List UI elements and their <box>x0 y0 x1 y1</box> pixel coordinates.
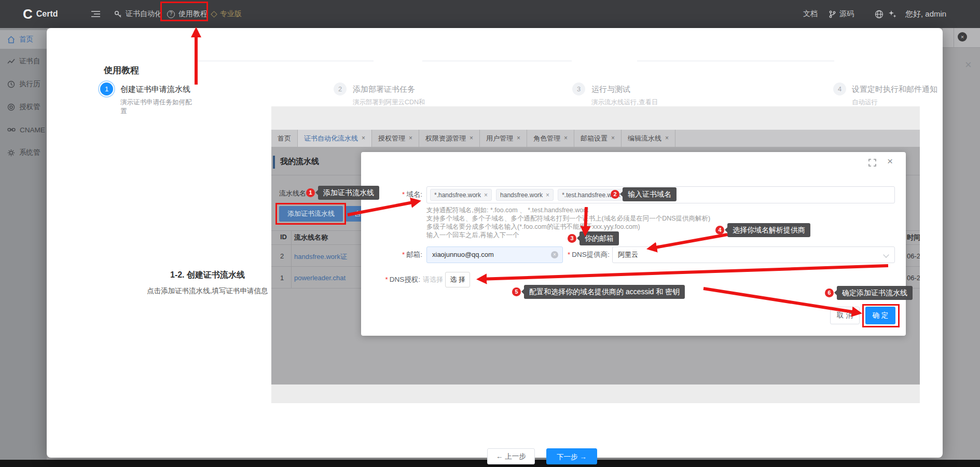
fullscreen-icon[interactable] <box>868 159 876 169</box>
tab-email-settings[interactable]: 邮箱设置× <box>574 130 622 147</box>
step-3-title: 运行与测试 <box>591 85 630 94</box>
label-text: 域名: <box>406 190 422 198</box>
docs-label: 文档 <box>803 9 818 19</box>
tab-authorization[interactable]: 授权管理× <box>372 130 419 147</box>
row-time: 06-2 <box>907 252 920 260</box>
nav-pro-edition[interactable]: 专业版 <box>212 0 242 28</box>
tab-permission[interactable]: 权限资源管理× <box>419 130 480 147</box>
email-input[interactable]: xiaojunnuo@qq.com × <box>426 246 563 263</box>
tab-close-icon[interactable]: × <box>665 130 669 147</box>
annotation-tooltip-4: 选择你域名解析提供商 <box>727 223 810 237</box>
annotation-badge-5: 5 <box>512 287 521 296</box>
email-label: *邮箱: <box>363 246 422 263</box>
tab-label: 用户管理 <box>486 130 513 147</box>
sidebar-item-home[interactable]: 首页 <box>0 30 47 49</box>
app-logo[interactable]: C Certd <box>23 0 58 28</box>
sparkles-icon <box>888 10 897 19</box>
link-docs[interactable]: 文档 <box>803 0 818 28</box>
pipeline-link[interactable]: handsfree.work证 <box>294 252 347 262</box>
sidebar-item-history[interactable]: 执行历 <box>0 75 47 93</box>
tab-cert-pipeline[interactable]: 证书自动化流水线× <box>298 130 372 147</box>
annotation-tooltip-3: 你的邮箱 <box>579 231 619 245</box>
target-icon <box>7 103 15 111</box>
user-greeting[interactable]: 您好, admin <box>905 0 946 28</box>
tab-roles[interactable]: 角色管理× <box>527 130 574 147</box>
dns-provider-select[interactable]: 阿里云 <box>612 246 895 263</box>
tab-close-icon[interactable]: × <box>564 130 568 147</box>
domain-tag: *.handsfree.work× <box>430 189 492 201</box>
trend-icon <box>7 58 15 65</box>
dns-auth-select-button[interactable]: 选 择 <box>445 272 470 287</box>
required-star: * <box>385 276 388 283</box>
sidebar-label: CNAME <box>20 126 45 134</box>
pipeline-link[interactable]: powerleader.chat <box>294 274 346 282</box>
tab-users[interactable]: 用户管理× <box>480 130 527 147</box>
theme-sparkle-button[interactable] <box>888 0 897 28</box>
tab-home[interactable]: 首页 <box>271 130 298 147</box>
step-1-desc: 演示证书申请任务如何配 置 <box>120 98 192 116</box>
modal-close-icon[interactable]: × <box>965 58 972 72</box>
step-1-title: 创建证书申请流水线 <box>120 85 190 94</box>
tab-label: 编辑流水线 <box>628 130 661 147</box>
tag-text: *.handsfree.work <box>434 191 481 199</box>
sidebar: 首页 证书自 执行历 授权管 CNAME 系统管 <box>0 28 47 460</box>
annotation-badge-2: 2 <box>611 190 619 199</box>
screenshot-bottom-strip <box>271 384 920 403</box>
nav-cert-automation[interactable]: 证书自动化 <box>114 0 162 28</box>
required-star: * <box>568 251 570 258</box>
tab-close-icon[interactable]: × <box>611 130 615 147</box>
step-connector <box>422 61 572 61</box>
prev-step-button[interactable]: ← 上一步 <box>487 448 535 464</box>
tab-close-icon[interactable]: × <box>362 130 365 147</box>
tab-close-icon[interactable]: × <box>470 130 473 147</box>
link-icon <box>7 127 16 133</box>
tab-label: 首页 <box>278 130 291 147</box>
sidebar-item-cname[interactable]: CNAME <box>0 120 47 139</box>
step-2-indicator: 2 <box>334 83 347 95</box>
row-time: 06-2 <box>907 274 920 282</box>
tag-close-icon[interactable]: × <box>546 191 549 199</box>
close-all-tabs-icon[interactable]: × <box>958 32 967 42</box>
next-step-button[interactable]: 下一步 → <box>546 448 597 464</box>
tab-close-icon[interactable]: × <box>409 130 412 147</box>
language-globe-button[interactable] <box>875 0 884 28</box>
sidebar-item-authorization[interactable]: 授权管 <box>0 98 47 116</box>
sidebar-item-cert-automation[interactable]: 证书自 <box>0 52 47 71</box>
link-source-code[interactable]: 源码 <box>829 0 854 28</box>
tab-label: 权限资源管理 <box>425 130 466 147</box>
screen: C Certd 证书自动化 ? 使用教程 专业版 文档 <box>0 0 980 467</box>
filter-label: 流水线名 <box>279 189 306 198</box>
cancel-button[interactable]: 取 消 <box>830 307 860 324</box>
sidebar-collapse-button[interactable] <box>91 0 100 28</box>
tab-label: 授权管理 <box>378 130 405 147</box>
tab-close-icon[interactable]: × <box>517 130 520 147</box>
sidebar-item-system[interactable]: 系统管 <box>0 143 47 162</box>
step-2-title: 添加部署证书任务 <box>353 85 415 94</box>
diamond-icon <box>211 11 217 18</box>
email-value: xiaojunnuo@qq.com <box>432 247 494 263</box>
background-tab-divider <box>954 28 954 48</box>
col-header-name: 流水线名称 <box>294 233 328 242</box>
annotation-badge-4: 4 <box>715 226 724 235</box>
certd-logo-icon: C <box>23 6 33 22</box>
sidebar-label: 首页 <box>19 35 33 44</box>
sidebar-label: 系统管 <box>19 148 40 157</box>
sidebar-label: 执行历 <box>19 79 40 89</box>
tag-close-icon[interactable]: × <box>484 191 488 199</box>
clock-icon <box>7 80 15 88</box>
annotation-tooltip-6: 确定添加证书流水线 <box>837 286 913 300</box>
sidebar-label: 授权管 <box>19 102 40 112</box>
dialog-close-icon[interactable]: × <box>887 156 893 167</box>
step-1-indicator: 1 <box>100 83 113 95</box>
tab-edit-pipeline[interactable]: 编辑流水线× <box>622 130 675 147</box>
home-icon <box>7 36 15 44</box>
step-3-indicator: 3 <box>572 83 585 95</box>
row-id: 1 <box>280 274 284 282</box>
col-header-id: ID <box>280 233 287 241</box>
annotation-tooltip-1: 添加证书流水线 <box>318 186 379 200</box>
label-text: DNS提供商: <box>572 251 610 258</box>
annotation-badge-6: 6 <box>825 289 834 297</box>
required-star: * <box>402 190 405 198</box>
modal-title: 使用教程 <box>104 64 139 76</box>
top-navbar: C Certd 证书自动化 ? 使用教程 专业版 文档 <box>0 0 980 28</box>
